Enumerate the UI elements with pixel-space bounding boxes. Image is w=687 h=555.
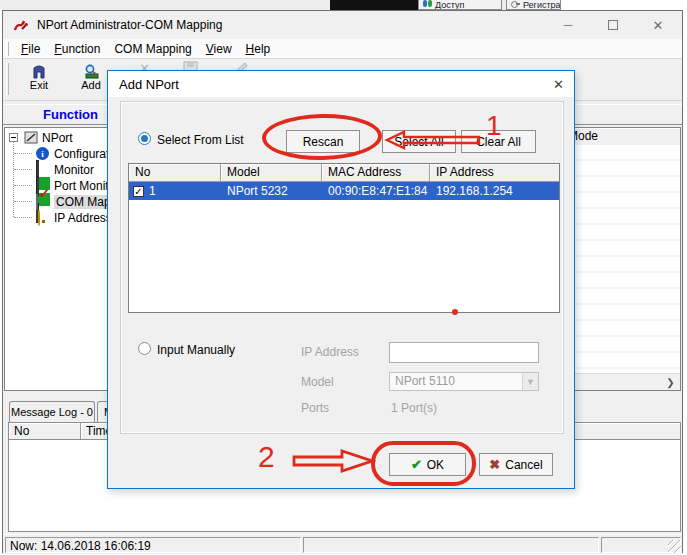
exit-button[interactable]: Exit — [17, 62, 61, 98]
cell-no: 1 — [149, 184, 156, 198]
column-header-no[interactable]: No — [129, 164, 221, 182]
background-white-area — [560, 0, 687, 10]
app-icon — [13, 17, 29, 33]
tree-collapse-icon[interactable] — [9, 133, 18, 142]
background-window-strip: Доступ Регистрация — [0, 0, 687, 10]
tree-connector — [14, 169, 32, 170]
menu-grip — [6, 42, 9, 56]
model-label: Model — [301, 375, 334, 389]
tree-connector — [14, 217, 32, 218]
ip-address-input[interactable] — [389, 342, 539, 363]
people-icon — [423, 0, 432, 7]
configuration-icon: i — [36, 147, 50, 160]
cancel-button[interactable]: ✖ Cancel — [479, 453, 553, 476]
check-icon: ✓ — [134, 186, 142, 197]
tree-item-monitor[interactable]: Monitor — [36, 162, 94, 177]
annotation-arrow-left — [384, 130, 482, 150]
tree-item-label: NPort — [42, 131, 73, 145]
menu-function[interactable]: Function — [47, 40, 107, 58]
cell-ip: 192.168.1.254 — [430, 184, 559, 198]
key-icon — [511, 0, 520, 7]
annotation-circle-ok — [371, 441, 476, 486]
ports-value: 1 Port(s) — [391, 401, 437, 415]
row-checkbox[interactable]: ✓ — [133, 186, 144, 197]
combo-arrow-icon: ▼ — [522, 373, 538, 390]
tree-connector — [14, 185, 32, 186]
cell-mac: 00:90:E8:47:E1:84 — [322, 184, 430, 198]
function-panel-title: Function — [43, 107, 98, 122]
select-from-list-radio[interactable] — [138, 132, 151, 145]
tab-message-log[interactable]: Message Log - 0 — [9, 401, 95, 422]
annotation-arrow-right — [292, 448, 376, 474]
cell-model: NPort 5232 — [221, 184, 322, 198]
add-icon — [82, 62, 100, 79]
dialog-close-button[interactable]: ✕ — [532, 71, 574, 97]
column-header-mac[interactable]: MAC Address — [322, 164, 430, 182]
column-header-ip[interactable]: IP Address — [430, 164, 559, 182]
window-title: NPort Administrator-COM Mapping — [37, 18, 222, 32]
ip-address-report-icon — [36, 211, 50, 224]
monitor-icon — [36, 163, 50, 176]
model-select[interactable]: NPort 5110 ▼ — [389, 372, 539, 391]
menu-bar: File Function COM Mapping View Help — [3, 39, 682, 59]
column-header-model[interactable]: Model — [221, 164, 322, 182]
com-mapping-icon: ✓ — [36, 195, 50, 208]
access-button-label: Доступ — [435, 0, 464, 10]
tree-item-nport[interactable]: NPort — [24, 130, 73, 145]
device-table: No Model MAC Address IP Address ✓ 1 NPor… — [128, 163, 560, 313]
dialog-title-bar[interactable]: Add NPort ✕ — [108, 71, 574, 97]
log-column-no[interactable]: No — [9, 423, 81, 439]
tab-label: Message Log - 0 — [11, 406, 93, 418]
status-pane-2 — [303, 537, 599, 553]
menu-view[interactable]: View — [199, 40, 239, 58]
dialog-title: Add NPort — [119, 77, 179, 92]
menu-help[interactable]: Help — [239, 40, 278, 58]
menu-file[interactable]: File — [14, 40, 47, 58]
column-header-mode[interactable]: Mode — [562, 128, 680, 145]
model-value: NPort 5110 — [395, 374, 455, 388]
cancel-cross-icon: ✖ — [489, 457, 500, 472]
title-bar[interactable]: NPort Administrator-COM Mapping ─ ✕ — [3, 11, 682, 39]
input-manually-label: Input Manually — [157, 343, 235, 357]
table-row[interactable]: ✓ 1 NPort 5232 00:90:E8:47:E1:84 192.168… — [129, 182, 559, 200]
menu-com-mapping[interactable]: COM Mapping — [107, 40, 198, 58]
exit-label: Exit — [30, 79, 48, 91]
status-now: Now: 14.06.2018 16:06:19 — [5, 537, 301, 553]
scroll-right-icon[interactable]: ❯ — [662, 375, 679, 390]
select-from-list-label: Select From List — [157, 133, 244, 147]
background-dark-area — [330, 0, 418, 10]
input-manually-radio[interactable] — [138, 342, 151, 355]
close-icon: ✕ — [553, 77, 564, 92]
annotation-step-1: 1 — [486, 112, 502, 140]
toolbar-grip — [6, 63, 9, 95]
close-button[interactable]: ✕ — [642, 11, 674, 39]
resize-grip[interactable] — [668, 540, 681, 553]
tree-connector — [14, 153, 32, 154]
annotation-step-2: 2 — [258, 442, 275, 472]
status-bar: Now: 14.06.2018 16:06:19 — [3, 534, 682, 554]
tree-connector — [14, 201, 32, 202]
device-table-header: No Model MAC Address IP Address — [129, 164, 559, 182]
close-icon: ✕ — [653, 18, 664, 33]
access-button[interactable]: Доступ — [418, 0, 502, 10]
tree-item-label: Monitor — [54, 163, 94, 177]
maximize-button[interactable] — [597, 11, 629, 39]
maximize-icon — [608, 20, 618, 30]
ip-address-label: IP Address — [301, 345, 359, 359]
nport-icon — [24, 131, 38, 144]
minimize-icon: ─ — [564, 18, 573, 32]
add-label: Add — [81, 79, 101, 91]
minimize-button[interactable]: ─ — [552, 11, 584, 39]
screen: Доступ Регистрация NPort Administrator-C… — [0, 0, 687, 555]
cancel-label: Cancel — [505, 458, 542, 472]
ports-label: Ports — [301, 401, 329, 415]
annotation-dot — [452, 309, 458, 315]
exit-icon — [31, 62, 48, 79]
